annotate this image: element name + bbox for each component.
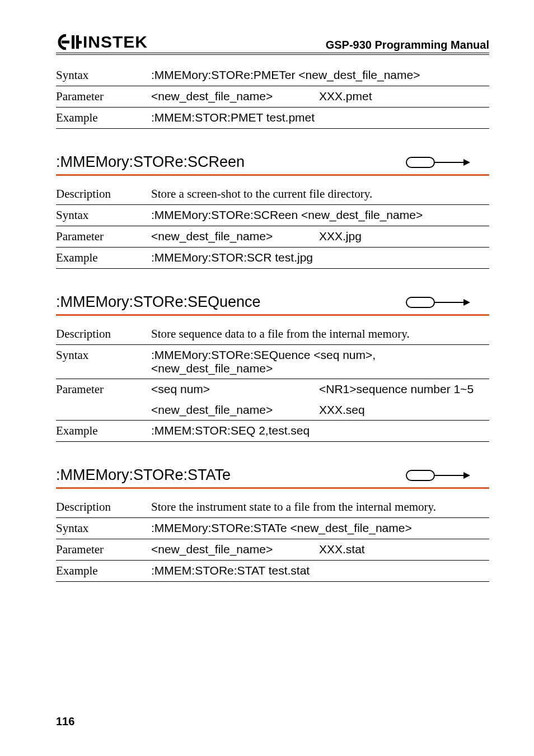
- value: Store sequence data to a file from the i…: [151, 327, 489, 341]
- svg-marker-12: [463, 472, 470, 479]
- label: Description: [56, 187, 151, 201]
- section-title: :MMEMory:STORe:STATe: [56, 466, 231, 484]
- value: Store the instrument state to a file fro…: [151, 500, 489, 514]
- value: :MMEMory:STOR:SCR test.jpg: [151, 251, 489, 265]
- svg-rect-1: [72, 35, 74, 49]
- label: Parameter: [56, 382, 151, 396]
- section-title: :MMEMory:STORe:SCReen: [56, 153, 245, 171]
- label: Description: [56, 327, 151, 341]
- label: Example: [56, 424, 151, 438]
- param-name: <new_dest_file_name>: [151, 403, 319, 417]
- value: :MMEM:STOR:PMET test.pmet: [151, 111, 489, 125]
- label: Parameter: [56, 90, 151, 104]
- label: Example: [56, 564, 151, 578]
- svg-rect-7: [406, 297, 434, 307]
- param-name: <new_dest_file_name>: [151, 90, 319, 104]
- param-desc: XXX.pmet: [319, 90, 372, 104]
- param-desc: XXX.stat: [319, 543, 365, 557]
- value: :MMEM:STORe:STAT test.stat: [151, 564, 489, 578]
- manual-title: GSP-930 Programming Manual: [326, 39, 489, 52]
- label: Description: [56, 500, 151, 514]
- section-sequence: :MMEMory:STORe:SEQuence Description Stor…: [56, 293, 489, 442]
- label: Parameter: [56, 230, 151, 244]
- value: :MMEMory:STORe:SEQuence <seq num>, <new_…: [151, 348, 489, 375]
- param-desc: XXX.jpg: [319, 230, 362, 244]
- param-name: <new_dest_file_name>: [151, 543, 319, 557]
- brand-logo: INSTEK: [56, 32, 148, 52]
- svg-rect-4: [406, 157, 434, 167]
- svg-marker-9: [463, 299, 470, 306]
- label: Syntax: [56, 68, 151, 82]
- parameter-row: Parameter <new_dest_file_name> XXX.pmet: [56, 86, 489, 108]
- syntax-row: Syntax :MMEMory:STORe:PMETer <new_dest_f…: [56, 65, 489, 86]
- value: Store a screen-shot to the current file …: [151, 187, 489, 201]
- label: Parameter: [56, 543, 151, 557]
- param-desc: <NR1>sequence number 1~5: [319, 382, 474, 396]
- svg-rect-3: [76, 35, 79, 49]
- set-icon: [405, 295, 489, 310]
- page-number: 116: [56, 715, 74, 728]
- value: :MMEM:STOR:SEQ 2,test.seq: [151, 424, 489, 438]
- param-name: <new_dest_file_name>: [151, 230, 319, 244]
- label: Syntax: [56, 521, 151, 535]
- brand-text: INSTEK: [83, 32, 148, 52]
- label: Syntax: [56, 348, 151, 375]
- param-name: <seq num>: [151, 382, 319, 396]
- label: Example: [56, 251, 151, 265]
- set-icon: [405, 468, 489, 483]
- value: :MMEMory:STORe:STATe <new_dest_file_name…: [151, 521, 489, 535]
- section-title: :MMEMory:STORe:SEQuence: [56, 293, 261, 311]
- set-icon: [405, 155, 489, 170]
- svg-marker-6: [463, 159, 470, 166]
- value: :MMEMory:STORe:PMETer <new_dest_file_nam…: [151, 68, 489, 82]
- param-desc: XXX.seq: [319, 403, 365, 417]
- value: :MMEMory:STORe:SCReen <new_dest_file_nam…: [151, 208, 489, 222]
- label: Example: [56, 111, 151, 125]
- page-header: INSTEK GSP-930 Programming Manual: [56, 32, 489, 55]
- label: Syntax: [56, 208, 151, 222]
- svg-rect-10: [406, 470, 434, 480]
- section-screen: :MMEMory:STORe:SCReen Description Store …: [56, 153, 489, 269]
- example-row: Example :MMEM:STOR:PMET test.pmet: [56, 108, 489, 129]
- section-state: :MMEMory:STORe:STATe Description Store t…: [56, 466, 489, 582]
